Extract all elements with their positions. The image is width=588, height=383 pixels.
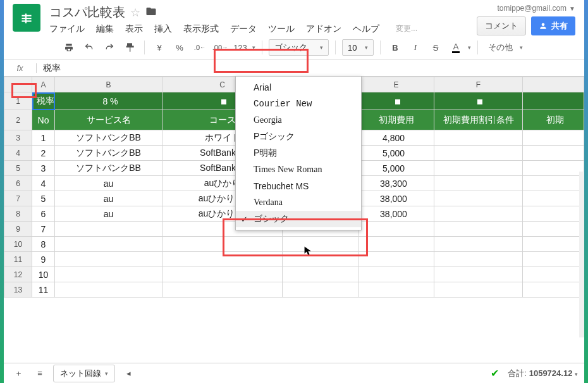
cell[interactable] [434,252,523,267]
cell[interactable] [434,282,523,298]
menu-view[interactable]: 表示 [125,23,143,35]
cell[interactable] [283,267,358,282]
row-header-13[interactable]: 13 [4,282,32,298]
cell-B1[interactable]: 8 % [55,92,162,110]
cell[interactable]: 38,300 [358,176,434,191]
filter-icon[interactable] [477,99,483,105]
cell[interactable] [283,252,358,267]
cell[interactable]: ソフトバンクBB [55,161,162,176]
select-all-cell[interactable] [4,77,32,92]
row-header-1[interactable]: 1 [4,92,32,110]
cell[interactable] [523,146,584,161]
cell[interactable] [434,191,523,206]
cell[interactable] [434,267,523,282]
cell[interactable] [523,206,584,222]
font-menu[interactable]: ArialCourier NewGeorgiaPゴシックP明朝Times New… [235,76,362,230]
font-option[interactable]: Trebuchet MS [236,178,361,194]
menu-insert[interactable]: 挿入 [154,23,172,35]
font-picker[interactable]: ゴシック ▾ [269,39,329,56]
cell-A1[interactable]: 税率 [32,92,55,110]
share-button[interactable]: 共有 [531,16,575,35]
menu-data[interactable]: データ [230,23,257,35]
header-no[interactable]: No [32,110,55,130]
font-option[interactable]: Pゴシック [236,129,361,145]
font-option[interactable]: Arial [236,79,361,96]
cell[interactable]: 38,000 [358,206,434,222]
quicksum[interactable]: 合計: 1059724.12 ▾ [508,368,578,379]
menu-help[interactable]: ヘルプ [353,23,379,35]
row-header-10[interactable]: 10 [4,237,32,252]
cell[interactable] [283,282,358,298]
font-option[interactable]: ✓ゴシック [236,211,361,227]
cell[interactable]: 8 [32,237,55,252]
format-caret-icon[interactable]: ▾ [252,44,255,51]
menu-edit[interactable]: 編集 [96,23,114,35]
filter-icon[interactable] [395,99,401,105]
cell[interactable] [434,161,523,176]
row-header-6[interactable]: 6 [4,176,32,191]
cell[interactable] [523,282,584,298]
comment-button[interactable]: コメント [477,16,526,35]
menu-tools[interactable]: ツール [268,23,295,35]
menu-format[interactable]: 表示形式 [183,23,219,35]
sheet-tab[interactable]: ネット回線 ▾ [53,365,115,382]
format-123-button[interactable]: 123 [232,39,248,56]
cell[interactable] [434,222,523,237]
cell[interactable] [358,282,434,298]
cell[interactable] [283,237,358,252]
text-color-caret-icon[interactable]: ▾ [468,44,471,51]
user-email[interactable]: tomippe@gmail.com [498,4,567,13]
cell[interactable] [523,130,584,146]
formula-input[interactable]: 税率 [37,63,61,74]
font-option[interactable]: P明朝 [236,145,361,161]
cell[interactable]: 11 [32,282,55,298]
header-service[interactable]: サービス名 [55,110,162,130]
other-button[interactable]: その他 [484,39,516,56]
cell[interactable]: 5,000 [358,161,434,176]
row-header-8[interactable]: 8 [4,206,32,222]
cell[interactable]: 5 [32,191,55,206]
print-icon[interactable] [61,39,77,56]
star-icon[interactable]: ☆ [130,6,140,20]
col-header-E[interactable]: E [358,77,434,92]
cell[interactable] [523,237,584,252]
row-header-9[interactable]: 9 [4,222,32,237]
cell[interactable] [434,146,523,161]
cell[interactable] [162,282,283,298]
cell[interactable] [162,267,283,282]
col-header-A[interactable]: A [32,77,55,92]
cell[interactable]: 2 [32,146,55,161]
cell[interactable]: 1 [32,130,55,146]
vertical-scrollbar[interactable] [579,172,584,337]
cell[interactable] [358,267,434,282]
cell[interactable]: 38,000 [358,191,434,206]
cell[interactable] [523,161,584,176]
cell[interactable] [55,252,162,267]
header-init2[interactable]: 初期 [523,110,584,130]
row-header-11[interactable]: 11 [4,252,32,267]
row-header-7[interactable]: 7 [4,191,32,206]
col-header-B[interactable]: B [55,77,162,92]
doc-title[interactable]: コスパ比較表 [49,4,125,21]
cell[interactable] [55,267,162,282]
dec-less-button[interactable]: .0← [192,39,208,56]
cell[interactable] [358,252,434,267]
cell-G1[interactable] [523,92,584,110]
cell[interactable]: au [55,176,162,191]
percent-button[interactable]: % [171,39,188,56]
col-header-[interactable] [523,77,584,92]
cell[interactable]: ソフトバンクBB [55,146,162,161]
undo-icon[interactable] [81,39,97,56]
header-init-disc[interactable]: 初期費用割引条件 [434,110,523,130]
cell[interactable]: au [55,191,162,206]
fontsize-picker[interactable]: 10 ▾ [342,39,374,56]
cell[interactable] [523,191,584,206]
paint-format-icon[interactable] [121,39,138,56]
bold-button[interactable]: B [387,39,403,56]
cell-F1[interactable] [434,92,523,110]
cell[interactable] [523,252,584,267]
cell[interactable] [55,222,162,237]
dec-more-button[interactable]: .00→ [212,39,228,56]
cell[interactable] [162,252,283,267]
redo-icon[interactable] [101,39,118,56]
